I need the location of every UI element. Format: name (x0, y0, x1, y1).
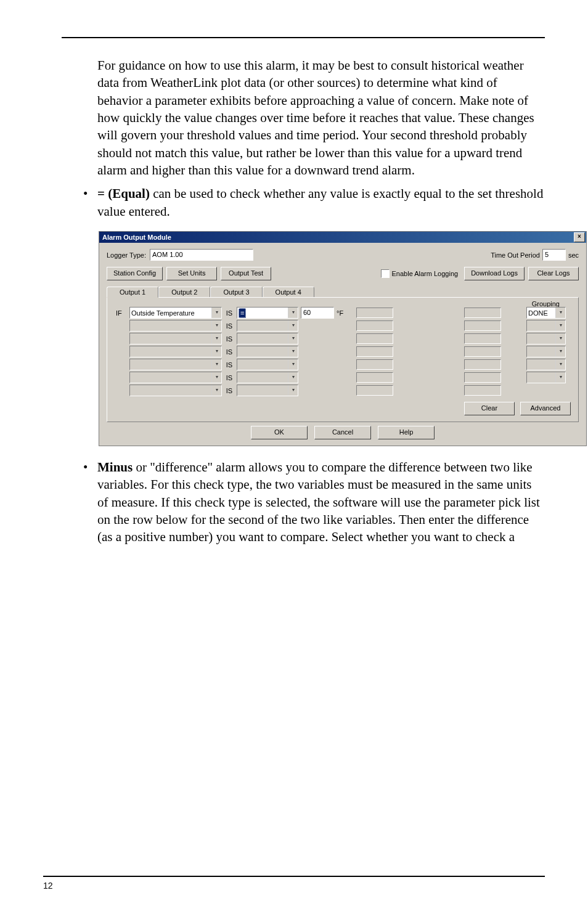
timeout-label: Time Out Period (491, 251, 540, 259)
chevron-down-icon: ▾ (555, 308, 565, 318)
progress-2 (356, 320, 393, 331)
paragraph-guidance: For guidance on how to use this alarm, i… (97, 57, 545, 179)
param-dropdown-7[interactable]: ▾ (129, 385, 222, 396)
condition-row-7: ▾ IS ▾ (115, 384, 571, 397)
chevron-down-icon: ▾ (555, 320, 565, 331)
param-dropdown-1[interactable]: Outside Temperature▾ (129, 307, 222, 319)
unit-label-1: °F (335, 306, 355, 319)
clear-button[interactable]: Clear (464, 402, 515, 415)
chevron-down-icon: ▾ (288, 308, 298, 318)
dialog-titlebar: Alarm Output Module × (99, 232, 586, 243)
close-icon[interactable]: × (574, 232, 585, 242)
equal-term: = (Equal) (97, 186, 150, 201)
condition-row-1: IF Outside Temperature▾ IS =▾ 60 °F DONE… (115, 306, 571, 319)
chevron-down-icon: ▾ (288, 320, 298, 331)
param-dropdown-2[interactable]: ▾ (129, 320, 222, 332)
chevron-down-icon: ▾ (555, 333, 565, 344)
dialog-title: Alarm Output Module (102, 234, 171, 241)
param-dropdown-3[interactable]: ▾ (129, 333, 222, 344)
page-number: 12 (43, 881, 588, 891)
progress-7b (464, 385, 501, 396)
progress-5b (464, 359, 501, 370)
operator-dropdown-6[interactable]: ▾ (237, 372, 298, 383)
progress-7 (356, 385, 393, 396)
chevron-down-icon: ▾ (288, 346, 298, 357)
logger-type-field[interactable]: AOM 1.00 (150, 249, 253, 261)
grouping-dropdown-5[interactable]: ▾ (526, 359, 566, 370)
logger-type-label: Logger Type: (107, 251, 146, 259)
progress-6 (356, 372, 393, 383)
if-label: IF (115, 306, 128, 319)
chevron-down-icon: ▾ (555, 359, 565, 370)
value-field-1[interactable]: 60 (301, 307, 334, 319)
condition-row-2: ▾ IS ▾ ▾ (115, 319, 571, 332)
alarm-output-dialog: Alarm Output Module × Logger Type: AOM 1… (99, 231, 587, 446)
chevron-down-icon: ▾ (555, 372, 565, 383)
progress-1b (464, 308, 501, 318)
condition-row-6: ▾ IS ▾ ▾ (115, 371, 571, 384)
bullet-equal: • = (Equal) can be used to check whether… (83, 185, 545, 220)
clear-logs-button[interactable]: Clear Logs (528, 267, 579, 280)
chevron-down-icon: ▾ (211, 346, 221, 357)
tab-output3[interactable]: Output 3 (210, 287, 262, 297)
help-button[interactable]: Help (378, 426, 435, 439)
grouping-dropdown-4[interactable]: ▾ (526, 346, 566, 357)
set-units-button[interactable]: Set Units (166, 267, 217, 280)
operator-dropdown-7[interactable]: ▾ (237, 385, 298, 396)
cancel-button[interactable]: Cancel (314, 426, 371, 439)
tab-output2[interactable]: Output 2 (158, 287, 210, 297)
tab-output1[interactable]: Output 1 (107, 287, 158, 298)
bullet-minus: • Minus or "difference" alarm allows you… (83, 459, 545, 546)
operator-dropdown-3[interactable]: ▾ (237, 333, 298, 344)
chevron-down-icon: ▾ (211, 320, 221, 331)
bullet-marker: • (83, 459, 97, 546)
condition-row-3: ▾ IS ▾ ▾ (115, 332, 571, 345)
progress-2b (464, 320, 501, 331)
equal-text: can be used to check whether any value i… (97, 186, 543, 218)
chevron-down-icon: ▾ (288, 359, 298, 370)
enable-alarm-checkbox[interactable] (381, 269, 390, 278)
progress-3b (464, 333, 501, 344)
grouping-dropdown-6[interactable]: ▾ (526, 372, 566, 383)
is-label: IS (223, 306, 235, 319)
enable-alarm-label: Enable Alarm Logging (392, 270, 459, 277)
chevron-down-icon: ▾ (288, 385, 298, 396)
param-dropdown-6[interactable]: ▾ (129, 372, 222, 383)
advanced-button[interactable]: Advanced (520, 402, 571, 415)
download-logs-button[interactable]: Download Logs (464, 267, 525, 280)
timeout-unit: sec (568, 251, 579, 259)
condition-row-4: ▾ IS ▾ ▾ (115, 345, 571, 358)
operator-dropdown-4[interactable]: ▾ (237, 346, 298, 357)
chevron-down-icon: ▾ (211, 385, 221, 396)
grouping-dropdown-3[interactable]: ▾ (526, 333, 566, 344)
station-config-button[interactable]: Station Config (107, 267, 163, 280)
page-footer: 12 (0, 876, 588, 891)
bullet-marker: • (83, 185, 97, 220)
progress-3 (356, 333, 393, 344)
minus-text: or "difference" alarm allows you to comp… (97, 460, 540, 544)
progress-4 (356, 346, 393, 357)
grouping-dropdown-1[interactable]: DONE▾ (526, 307, 566, 319)
tab-output4[interactable]: Output 4 (263, 287, 314, 297)
progress-5 (356, 359, 393, 370)
chevron-down-icon: ▾ (288, 333, 298, 344)
timeout-field[interactable]: 5 (542, 249, 566, 261)
chevron-down-icon: ▾ (211, 308, 221, 318)
param-dropdown-4[interactable]: ▾ (129, 346, 222, 357)
output-test-button[interactable]: Output Test (221, 267, 271, 280)
chevron-down-icon: ▾ (288, 372, 298, 383)
minus-term: Minus (97, 460, 133, 475)
ok-button[interactable]: OK (251, 426, 308, 439)
operator-dropdown-2[interactable]: ▾ (237, 320, 298, 332)
tab-panel: Grouping IF Outside Temperature▾ IS =▾ 6… (107, 297, 579, 422)
chevron-down-icon: ▾ (211, 359, 221, 370)
progress-4b (464, 346, 501, 357)
param-dropdown-5[interactable]: ▾ (129, 359, 222, 370)
progress-1 (356, 308, 393, 318)
progress-6b (464, 372, 501, 383)
operator-dropdown-1[interactable]: =▾ (237, 307, 298, 319)
operator-dropdown-5[interactable]: ▾ (237, 359, 298, 370)
chevron-down-icon: ▾ (211, 333, 221, 344)
condition-row-5: ▾ IS ▾ ▾ (115, 358, 571, 371)
grouping-dropdown-2[interactable]: ▾ (526, 320, 566, 332)
